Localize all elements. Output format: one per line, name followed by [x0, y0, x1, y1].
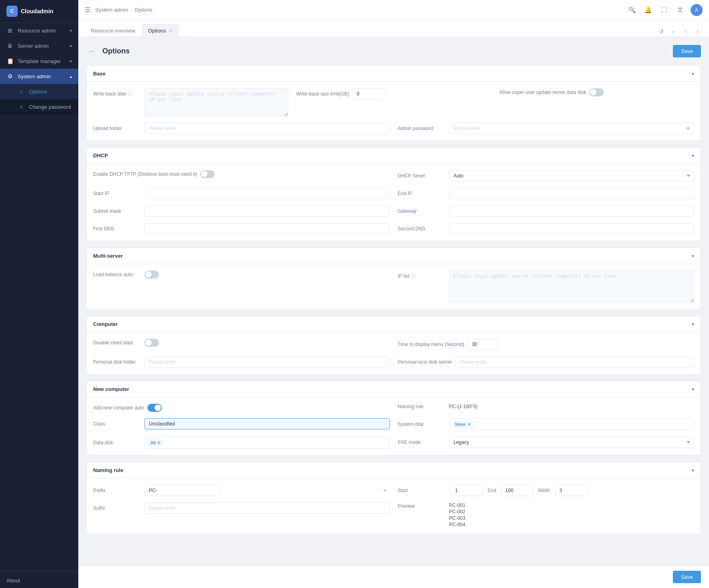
ip-list-input[interactable]	[449, 271, 695, 303]
section-dhcp-chevron: ▾	[692, 153, 694, 159]
admin-password-input[interactable]	[449, 123, 695, 134]
sidebar-item-system-admin[interactable]: ⚙ System admin ▴	[0, 69, 78, 84]
app-logo[interactable]: C Cloudadmin	[0, 0, 78, 23]
change-password-label: Change password	[29, 104, 72, 110]
tab-resource-overview[interactable]: Resource overview	[85, 24, 141, 37]
enable-dhcp-toggle[interactable]	[200, 170, 215, 178]
sidebar-item-server-admin[interactable]: 🖥 Server admin ▾	[0, 38, 78, 53]
add-new-auto-toggle[interactable]	[147, 404, 162, 412]
section-new-computer-body: Add new computer auto Naming rule PC-(1-…	[87, 397, 701, 455]
tab-more-btn[interactable]: ⋮	[692, 26, 703, 37]
section-dhcp-header[interactable]: DHCP ▾	[87, 148, 701, 164]
end-input[interactable]	[501, 485, 533, 496]
start-end-width-group: Start End Width	[398, 485, 695, 496]
upload-folder-input[interactable]	[145, 123, 390, 134]
tab-prev-btn[interactable]: ‹	[668, 26, 678, 37]
section-base-header[interactable]: Base ▾	[87, 66, 701, 82]
preview-item-4: PC-004	[449, 522, 466, 527]
menu-icon[interactable]: ☰	[85, 6, 90, 14]
server-admin-icon: 🖥	[6, 43, 14, 49]
add-new-auto-label: Add new computer auto	[93, 405, 144, 411]
time-display-input[interactable]	[467, 339, 499, 350]
system-disk-input[interactable]: None ✕	[449, 418, 695, 430]
write-back-size-input[interactable]	[352, 88, 384, 100]
data-disk-input[interactable]: All ✕	[145, 437, 390, 449]
about-label: About	[6, 578, 72, 584]
load-balance-group: Load balance auto	[93, 271, 390, 279]
search-icon[interactable]: 🔍	[626, 4, 638, 16]
end-ip-label: End IP	[398, 191, 446, 196]
save-button-bottom[interactable]: Save	[673, 571, 701, 583]
multi-server-row-1: Load balance auto IP list ⓘ	[93, 271, 694, 303]
data-disk-label: Data disk	[93, 440, 141, 446]
write-back-disk-group: Write-back disk ⓘ	[93, 88, 288, 116]
section-computer-title: Computer	[93, 321, 118, 327]
personal-disk-folder-input[interactable]	[145, 356, 390, 368]
section-naming-rule-chevron: ▾	[692, 468, 694, 473]
end-ip-input[interactable]	[449, 188, 695, 199]
load-balance-toggle[interactable]	[145, 271, 159, 279]
start-ip-label: Start IP	[93, 191, 141, 196]
base-row-1: Write-back disk ⓘ Write-back size limit(…	[93, 88, 694, 116]
save-button-top[interactable]: Save	[673, 45, 701, 57]
naming-rule-display-value: PC-(1-100*3)	[449, 404, 478, 409]
disable-client-stats-toggle[interactable]	[145, 339, 159, 347]
sidebar-item-about[interactable]: About	[0, 573, 78, 588]
write-back-disk-info-icon[interactable]: ⓘ	[128, 91, 132, 97]
pxe-mode-select[interactable]: Legacy UEFI Auto	[449, 437, 695, 448]
topbar: ☰ System admin / Options 🔍 🔔 ⛶ 文 A	[78, 0, 709, 20]
sidebar-label-system-admin: System admin	[18, 73, 66, 79]
section-new-computer-header[interactable]: New computer ▾	[87, 381, 701, 397]
dhcp-server-group: DHCP Sever Auto Manual	[398, 170, 695, 181]
tab-nav-actions: ↺ ‹ › ⋮	[656, 26, 703, 37]
dhcp-server-select[interactable]: Auto Manual	[449, 170, 695, 181]
avatar[interactable]: A	[691, 4, 703, 16]
new-computer-row-1: Add new computer auto Naming rule PC-(1-…	[93, 404, 694, 412]
section-computer-header[interactable]: Computer ▾	[87, 316, 701, 332]
section-multi-server-header[interactable]: Multi-server ▾	[87, 248, 701, 264]
sidebar-item-template-manager[interactable]: 📋 Template manager ▾	[0, 53, 78, 69]
load-balance-label: Load balance auto	[93, 272, 141, 277]
subnet-mask-input[interactable]	[145, 205, 390, 217]
eye-icon[interactable]: 👁	[686, 126, 691, 132]
second-dns-input[interactable]	[449, 223, 695, 234]
personal-iscsi-input[interactable]	[455, 356, 694, 368]
breadcrumb-options: Options	[134, 7, 153, 13]
width-input[interactable]	[555, 485, 587, 496]
disable-client-stats-label: Disable client stats	[93, 340, 141, 346]
prefix-input[interactable]	[145, 485, 221, 496]
lang-icon[interactable]: 文	[674, 4, 686, 16]
fullscreen-icon[interactable]: ⛶	[658, 4, 670, 16]
bell-icon[interactable]: 🔔	[642, 4, 654, 16]
first-dns-input[interactable]	[145, 223, 390, 234]
tab-next-btn[interactable]: ›	[680, 26, 691, 37]
allow-super-user-toggle[interactable]	[589, 88, 604, 96]
back-button[interactable]: ←	[86, 46, 98, 57]
tab-back-btn[interactable]: ↺	[656, 26, 666, 37]
gateway-label: Gateway	[398, 208, 446, 214]
start-ip-input[interactable]	[145, 188, 390, 199]
start-input[interactable]	[451, 485, 483, 496]
system-disk-tag-close[interactable]: ✕	[467, 422, 471, 427]
section-new-computer-title: New computer	[93, 386, 129, 392]
ip-list-info-icon[interactable]: ⓘ	[411, 273, 416, 279]
tab-options[interactable]: Options ✕	[142, 24, 179, 37]
section-dhcp-title: DHCP	[93, 153, 108, 159]
subnet-mask-group: Subnet mask	[93, 205, 390, 217]
prefix-label: Prefix	[93, 488, 141, 493]
naming-rule-row-1: Prefix ✕ Start End Width	[93, 485, 694, 496]
sidebar-subitem-options[interactable]: ○ Options	[0, 84, 78, 99]
gateway-input[interactable]	[449, 205, 695, 217]
personal-iscsi-label: Personal iscsi disk server	[398, 359, 452, 365]
close-options-tab[interactable]: ✕	[169, 28, 173, 33]
breadcrumb: System admin / Options	[95, 7, 623, 13]
prefix-clear-icon[interactable]: ✕	[383, 488, 387, 493]
section-naming-rule-header[interactable]: Naming rule ▾	[87, 462, 701, 478]
class-select[interactable]: Unclassified	[145, 418, 390, 429]
suffix-input[interactable]	[145, 503, 390, 514]
dhcp-row-2: Start IP End IP	[93, 188, 694, 199]
write-back-disk-input[interactable]	[145, 88, 288, 116]
data-disk-tag-close[interactable]: ✕	[157, 440, 161, 446]
sidebar-item-resource-admin[interactable]: ⊞ Resource admin ▾	[0, 23, 78, 38]
sidebar-subitem-change-password[interactable]: ○ Change password	[0, 99, 78, 114]
